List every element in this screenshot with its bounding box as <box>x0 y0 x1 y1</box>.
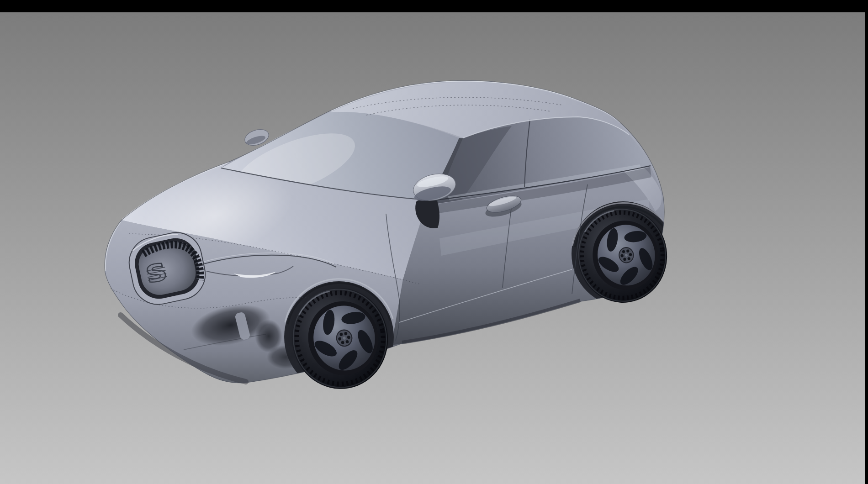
viewport-canvas: S <box>0 0 868 484</box>
letterbox-right-bar <box>865 0 868 484</box>
render-stage: S <box>0 0 868 484</box>
letterbox-top-bar <box>0 0 868 12</box>
